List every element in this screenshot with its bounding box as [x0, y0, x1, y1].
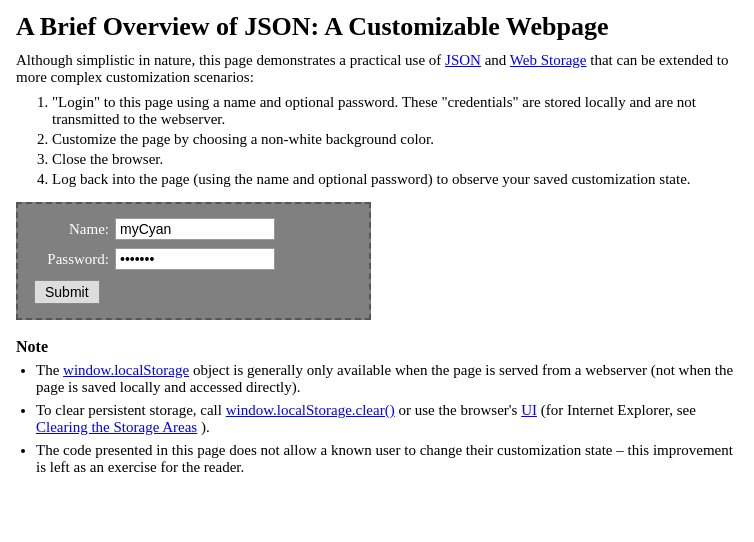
submit-button[interactable]: Submit [34, 280, 100, 304]
note-1-before: The [36, 362, 63, 378]
password-input[interactable] [115, 248, 275, 270]
step-4: Log back into the page (using the name a… [52, 171, 738, 188]
steps-list: "Login" to this page using a name and op… [52, 94, 738, 188]
password-row: Password: [34, 248, 353, 270]
intro-paragraph: Although simplistic in nature, this page… [16, 52, 738, 86]
note-2-end: ). [201, 419, 210, 435]
note-item-1: The window.localStorage object is genera… [36, 362, 738, 396]
note-list: The window.localStorage object is genera… [36, 362, 738, 476]
local-storage-link[interactable]: window.localStorage [63, 362, 189, 378]
clearing-storage-link[interactable]: Clearing the Storage Areas [36, 419, 197, 435]
note-2-mid: or use the browser's [398, 402, 521, 418]
note-item-2: To clear persistent storage, call window… [36, 402, 738, 436]
intro-text-mid: and [485, 52, 510, 68]
login-form-container: Name: Password: Submit [16, 202, 371, 320]
password-label: Password: [34, 251, 109, 268]
page-title: A Brief Overview of JSON: A Customizable… [16, 12, 738, 42]
local-storage-clear-link[interactable]: window.localStorage.clear() [226, 402, 395, 418]
note-2-before: To clear persistent storage, call [36, 402, 226, 418]
note-2-after: (for Internet Explorer, see [541, 402, 696, 418]
note-title: Note [16, 338, 738, 356]
web-storage-link[interactable]: Web Storage [510, 52, 587, 68]
intro-text-before: Although simplistic in nature, this page… [16, 52, 441, 68]
name-input[interactable] [115, 218, 275, 240]
note-section: Note The window.localStorage object is g… [16, 338, 738, 476]
step-3: Close the browser. [52, 151, 738, 168]
step-2: Customize the page by choosing a non-whi… [52, 131, 738, 148]
name-label: Name: [34, 221, 109, 238]
json-link[interactable]: JSON [445, 52, 481, 68]
step-1: "Login" to this page using a name and op… [52, 94, 738, 128]
note-item-3: The code presented in this page does not… [36, 442, 738, 476]
ui-link[interactable]: UI [521, 402, 537, 418]
name-row: Name: [34, 218, 353, 240]
note-3-text: The code presented in this page does not… [36, 442, 733, 475]
